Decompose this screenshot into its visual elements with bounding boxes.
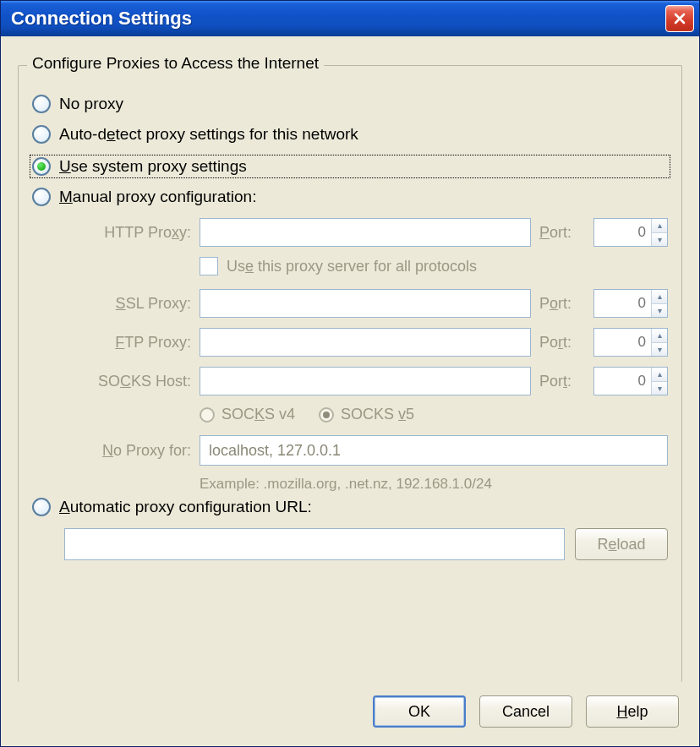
- http-proxy-input[interactable]: [200, 218, 531, 247]
- spinner-down-icon[interactable]: ▾: [652, 381, 667, 395]
- socks-v4-label: SOCKS v4: [221, 406, 295, 423]
- radio-manual-label: Manual proxy configuration:: [59, 188, 256, 206]
- no-proxy-for-row: No Proxy for: localhost, 127.0.0.1: [64, 435, 668, 466]
- http-port-label: Port:: [539, 224, 585, 242]
- http-proxy-row: HTTP Proxy: Port: 0 ▴ ▾: [64, 218, 668, 247]
- ssl-port-value: 0: [594, 290, 651, 317]
- http-proxy-label: HTTP Proxy:: [64, 224, 191, 242]
- ftp-port-value: 0: [594, 329, 651, 356]
- radio-use-system[interactable]: Use system proxy settings: [30, 155, 670, 177]
- radio-use-system-label: Use system proxy settings: [59, 157, 247, 176]
- socks-port-value: 0: [594, 368, 651, 395]
- ssl-proxy-row: SSL Proxy: Port: 0 ▴ ▾: [64, 289, 668, 318]
- titlebar: Connection Settings: [1, 1, 699, 36]
- socks-host-row: SOCKS Host: Port: 0 ▴ ▾: [64, 367, 668, 395]
- radio-icon: [32, 125, 51, 144]
- radio-socks-v4[interactable]: SOCKS v4: [200, 406, 295, 423]
- reload-button[interactable]: Reload: [575, 528, 668, 560]
- socks-host-label: SOCKS Host:: [64, 373, 191, 390]
- spinner-up-icon[interactable]: ▴: [652, 219, 667, 232]
- radio-auto-detect[interactable]: Auto-detect proxy settings for this netw…: [32, 125, 668, 144]
- radio-pac-label: Automatic proxy configuration URL:: [59, 498, 312, 516]
- ssl-port-label: Port:: [539, 295, 585, 313]
- no-proxy-example-text: Example: .mozilla.org, .net.nz, 192.168.…: [200, 476, 668, 493]
- groupbox-legend: Configure Proxies to Access the Internet: [27, 54, 324, 73]
- spinner-up-icon[interactable]: ▴: [652, 368, 667, 381]
- radio-auto-detect-label: Auto-detect proxy settings for this netw…: [59, 125, 358, 144]
- no-proxy-for-input[interactable]: localhost, 127.0.0.1: [200, 435, 668, 466]
- ftp-proxy-row: FTP Proxy: Port: 0 ▴ ▾: [64, 328, 668, 357]
- ftp-proxy-label: FTP Proxy:: [64, 334, 191, 352]
- radio-icon: [32, 188, 51, 206]
- spinner-down-icon[interactable]: ▾: [652, 232, 667, 247]
- close-button[interactable]: [665, 5, 694, 32]
- socks-v5-label: SOCKS v5: [341, 406, 414, 423]
- spinner-down-icon[interactable]: ▾: [652, 342, 667, 357]
- socks-host-input[interactable]: [200, 367, 531, 395]
- socks-version-row: SOCKS v4 SOCKS v5: [200, 406, 668, 423]
- radio-icon: [32, 498, 51, 516]
- checkbox-icon: [200, 257, 218, 275]
- spinner-up-icon[interactable]: ▴: [652, 290, 667, 303]
- no-proxy-for-label: No Proxy for:: [64, 442, 191, 460]
- radio-pac[interactable]: Automatic proxy configuration URL:: [32, 498, 668, 516]
- ssl-proxy-input[interactable]: [200, 289, 531, 318]
- radio-manual[interactable]: Manual proxy configuration:: [32, 188, 668, 206]
- pac-url-input[interactable]: [64, 528, 565, 560]
- proxy-groupbox: Configure Proxies to Access the Internet…: [18, 65, 682, 682]
- http-port-value: 0: [594, 219, 651, 246]
- dialog-button-bar: OK Cancel Help: [1, 684, 699, 746]
- help-button[interactable]: Help: [586, 695, 679, 728]
- radio-no-proxy[interactable]: No proxy: [32, 95, 668, 113]
- ftp-port-input[interactable]: 0 ▴ ▾: [593, 328, 668, 357]
- manual-fields: HTTP Proxy: Port: 0 ▴ ▾ Use this proxy s…: [64, 218, 668, 493]
- socks-port-label: Port:: [539, 373, 585, 390]
- close-icon: [673, 12, 686, 25]
- radio-icon: [200, 407, 215, 423]
- use-all-protocols-label: Use this proxy server for all protocols: [227, 258, 477, 275]
- radio-icon: [32, 157, 51, 176]
- ssl-proxy-label: SSL Proxy:: [64, 295, 191, 313]
- radio-icon: [32, 95, 51, 113]
- use-all-protocols-row[interactable]: Use this proxy server for all protocols: [200, 257, 668, 275]
- spinner-up-icon[interactable]: ▴: [652, 329, 667, 342]
- ssl-port-input[interactable]: 0 ▴ ▾: [593, 289, 668, 318]
- connection-settings-window: Connection Settings Configure Proxies to…: [0, 0, 700, 747]
- pac-row: Reload: [64, 528, 668, 560]
- radio-icon: [319, 407, 334, 423]
- radio-no-proxy-label: No proxy: [59, 95, 123, 113]
- ftp-port-label: Port:: [539, 334, 585, 352]
- socks-port-input[interactable]: 0 ▴ ▾: [593, 367, 668, 395]
- spinner-down-icon[interactable]: ▾: [652, 303, 667, 318]
- radio-socks-v5[interactable]: SOCKS v5: [319, 406, 414, 423]
- ok-button[interactable]: OK: [373, 695, 466, 728]
- window-title: Connection Settings: [11, 8, 192, 30]
- http-port-input[interactable]: 0 ▴ ▾: [593, 218, 668, 247]
- ftp-proxy-input[interactable]: [200, 328, 531, 357]
- dialog-content: Configure Proxies to Access the Internet…: [1, 36, 699, 684]
- cancel-button[interactable]: Cancel: [479, 695, 572, 728]
